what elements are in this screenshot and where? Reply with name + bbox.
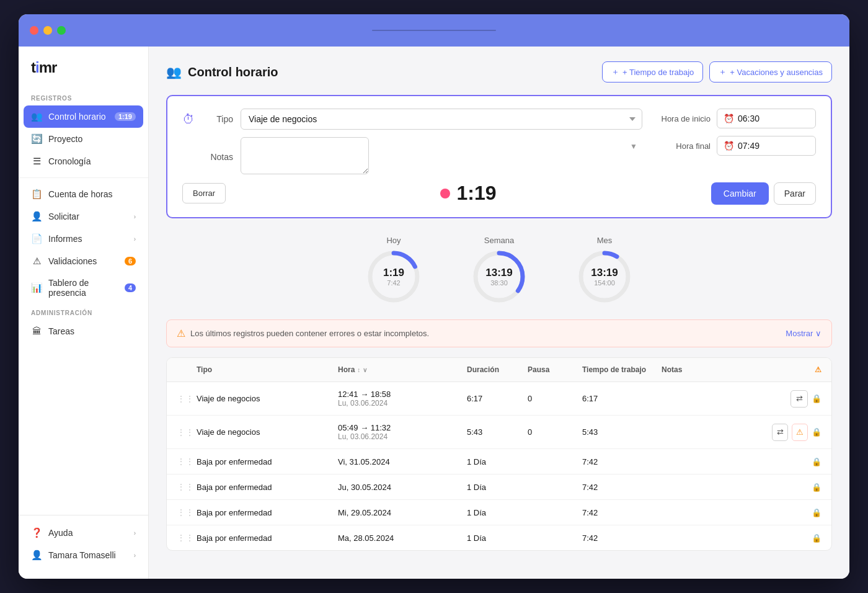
time-range: 05:49 → 11:32 Lu, 03.06.2024 — [338, 423, 462, 441]
chevron-icon: › — [134, 552, 136, 559]
btn-label: + Tiempo de trabajo — [622, 68, 694, 77]
add-vacaciones-button[interactable]: ＋ + Vacaciones y ausencias — [709, 61, 832, 82]
circles-row: Hoy 1:19 7:42 Semana — [166, 236, 832, 305]
sidebar-item-label: Validaciones — [48, 256, 97, 266]
copy-button[interactable]: 🔒 — [812, 533, 822, 543]
sidebar-item-cuenta-horas[interactable]: 📋 Cuenta de horas — [19, 183, 148, 205]
copy-button[interactable]: 🔒 — [812, 457, 822, 466]
notes-field-row: Notas ▼ — [202, 137, 642, 177]
section-label-admin: ADMINISTRACIÓN — [19, 303, 148, 320]
end-time-input[interactable]: ⏰ 07:49 — [717, 136, 816, 156]
row-type: Baja por enfermedad — [197, 457, 333, 466]
timer-actions: Cambiar Parar — [711, 182, 816, 205]
sidebar-item-ayuda[interactable]: ❓ Ayuda › — [19, 522, 148, 544]
end-time-value: 07:49 — [738, 141, 760, 151]
row-trabajo: 7:42 — [582, 533, 657, 543]
start-time-row: Hora de inicio ⏰ 06:30 — [655, 109, 816, 128]
drag-handle-icon[interactable]: ⋮⋮ — [177, 482, 192, 492]
badge-timer: 1:19 — [115, 112, 136, 121]
chevron-icon: › — [134, 213, 136, 220]
copy-button[interactable]: 🔒 — [812, 394, 822, 403]
section-label-registros: REGISTROS — [19, 89, 148, 105]
cronologia-icon: ☰ — [31, 156, 42, 167]
table-row: ⋮⋮ Baja por enfermedad Mi, 29.05.2024 1 … — [167, 500, 831, 525]
row-type: Viaje de negocios — [197, 427, 333, 437]
row-duration: 1 Día — [467, 483, 523, 492]
timer-card: ⏱ Tipo Viaje de negocios Notas — [166, 95, 832, 218]
circle-sub-mes: 154:00 — [591, 279, 618, 287]
time-range: Mi, 29.05.2024 — [338, 508, 462, 517]
delete-button[interactable]: Borrar — [182, 183, 226, 203]
sidebar-item-tablero-presencia[interactable]: 📊 Tablero de presencia 4 — [19, 272, 148, 303]
drag-handle-icon[interactable]: ⋮⋮ — [177, 427, 192, 437]
tareas-icon: 🏛 — [31, 326, 42, 336]
transfer-button[interactable]: ⇄ — [790, 390, 808, 408]
chevron-icon: › — [134, 530, 136, 537]
drag-handle-icon[interactable]: ⋮⋮ — [177, 507, 192, 517]
minimize-button[interactable] — [43, 26, 52, 35]
table-row: ⋮⋮ Baja por enfermedad Ju, 30.05.2024 1 … — [167, 475, 831, 500]
end-time-row: Hora final ⏰ 07:49 — [655, 136, 816, 156]
change-button[interactable]: Cambiar — [711, 182, 769, 205]
clock-icon: ⏰ — [724, 114, 734, 123]
time-main: Ma, 28.05.2024 — [338, 533, 462, 543]
show-button[interactable]: Mostrar ∨ — [786, 329, 822, 338]
cuenta-icon: 📋 — [31, 189, 42, 200]
sidebar-item-solicitar[interactable]: 👤 Solicitar › — [19, 205, 148, 228]
circle-semana: Semana 13:19 38:30 — [471, 236, 527, 305]
close-button[interactable] — [30, 26, 38, 35]
row-type: Baja por enfermedad — [197, 508, 333, 517]
col-actions: ⚠ — [772, 365, 822, 374]
notes-textarea[interactable] — [241, 137, 369, 174]
page-title: Control horario — [188, 65, 278, 79]
add-tiempo-button[interactable]: ＋ + Tiempo de trabajo — [602, 61, 703, 82]
copy-button[interactable]: 🔒 — [812, 427, 822, 437]
main-content: 👥 Control horario ＋ + Tiempo de trabajo … — [149, 47, 849, 579]
help-icon: ❓ — [31, 527, 42, 538]
sidebar-item-user[interactable]: 👤 Tamara Tomaselli › — [19, 544, 148, 566]
time-range: 12:41 → 18:58 Lu, 03.06.2024 — [338, 390, 462, 408]
type-select[interactable]: Viaje de negocios — [241, 109, 642, 130]
drag-handle-icon[interactable]: ⋮⋮ — [177, 533, 192, 543]
sidebar-item-tareas[interactable]: 🏛 Tareas — [19, 320, 148, 342]
titlebar-divider — [372, 30, 496, 31]
start-time-input[interactable]: ⏰ 06:30 — [717, 109, 816, 128]
circle-time-mes: 13:19 — [591, 267, 618, 279]
copy-button[interactable]: 🔒 — [812, 508, 822, 517]
maximize-button[interactable] — [57, 26, 66, 35]
drag-handle-icon[interactable]: ⋮⋮ — [177, 394, 192, 404]
stop-button[interactable]: Parar — [774, 182, 816, 205]
copy-button[interactable]: 🔒 — [812, 483, 822, 492]
circle-label-hoy: Hoy — [386, 236, 401, 245]
row-duration: 1 Día — [467, 508, 523, 517]
timer-display: 1:19 — [440, 182, 496, 205]
transfer-button[interactable]: ⇄ — [772, 424, 788, 441]
drag-handle-icon[interactable]: ⋮⋮ — [177, 457, 192, 466]
warning-left: ⚠ Los últimos registros pueden contener … — [177, 328, 429, 339]
warning-triangle-icon: ⚠ — [177, 328, 185, 339]
sidebar-item-informes[interactable]: 📄 Informes › — [19, 228, 148, 250]
page-icon: 👥 — [166, 65, 182, 79]
row-duration: 1 Día — [467, 457, 523, 466]
time-main: 12:41 → 18:58 — [338, 390, 462, 399]
row-type: Baja por enfermedad — [197, 533, 333, 543]
col-tipo: Tipo — [197, 365, 333, 374]
warning-bar: ⚠ Los últimos registros pueden contener … — [166, 319, 832, 347]
sidebar-item-validaciones[interactable]: ⚠ Validaciones 6 — [19, 250, 148, 272]
sidebar-item-cronologia[interactable]: ☰ Cronología — [19, 150, 148, 172]
sidebar-item-proyecto[interactable]: 🔄 Proyecto — [19, 128, 148, 150]
circle-container-mes: 13:19 154:00 — [577, 249, 632, 305]
warning-action-button[interactable]: ⚠ — [792, 424, 808, 441]
tablero-icon: 📊 — [31, 282, 42, 293]
table-row: ⋮⋮ Viaje de negocios 12:41 → 18:58 Lu, 0… — [167, 382, 831, 416]
row-actions: ⇄ 🔒 — [772, 390, 822, 408]
circle-sub-semana: 38:30 — [485, 279, 512, 287]
col-hora[interactable]: Hora ↕ ∨ — [338, 365, 462, 374]
informes-icon: 📄 — [31, 233, 42, 244]
chevron-down-icon: ∨ — [363, 367, 367, 373]
notes-dropdown-button[interactable]: ▼ — [630, 142, 637, 151]
plus-icon: ＋ — [719, 66, 727, 78]
circle-inner-mes: 13:19 154:00 — [591, 267, 618, 287]
sidebar-item-control-horario[interactable]: 👥 Control horario 1:19 — [24, 105, 143, 128]
time-main: Mi, 29.05.2024 — [338, 508, 462, 517]
